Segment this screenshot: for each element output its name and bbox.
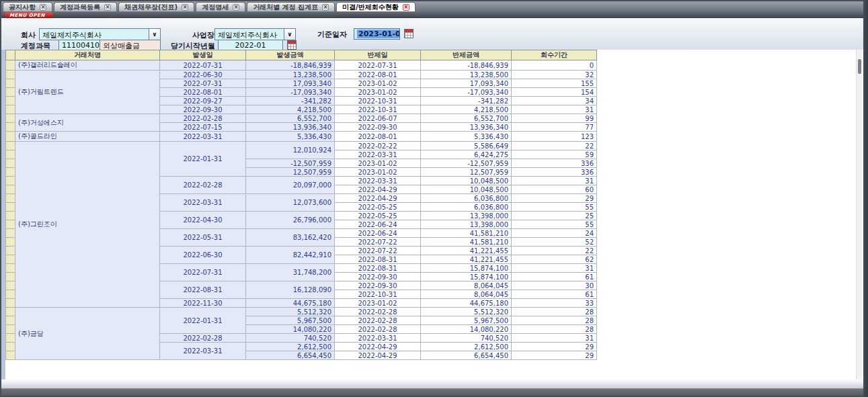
days-cell[interactable]: 336: [512, 168, 597, 177]
days-cell[interactable]: 33: [512, 299, 597, 308]
days-cell[interactable]: 61: [512, 273, 597, 281]
date-cell[interactable]: 2022-02-28: [160, 334, 246, 343]
ramt-cell[interactable]: 41,221,455: [421, 247, 512, 255]
rdate-cell[interactable]: 2022-04-29: [335, 194, 421, 203]
rdate-cell[interactable]: 2022-04-29: [335, 351, 421, 360]
ramt-cell[interactable]: 10,048,500: [421, 177, 512, 185]
ramt-cell[interactable]: -18,846,939: [421, 60, 512, 71]
tab-close-icon[interactable]: ×: [322, 4, 329, 11]
ramt-cell[interactable]: 8,064,045: [421, 290, 512, 299]
row-header-cell[interactable]: [6, 308, 15, 316]
row-header-cell[interactable]: [6, 316, 15, 325]
rdate-cell[interactable]: 2022-08-31: [335, 264, 421, 273]
amt-cell[interactable]: 44,675,180: [246, 299, 335, 308]
column-header-5[interactable]: 회수기간: [512, 50, 597, 60]
amt-cell[interactable]: 2,612,500: [246, 343, 335, 351]
tab-close-icon[interactable]: ×: [40, 4, 46, 11]
tab-4[interactable]: 계정명세×: [196, 2, 245, 11]
name-cell[interactable]: (주)그린조이: [15, 142, 160, 308]
days-cell[interactable]: 29: [512, 343, 597, 351]
row-header-cell[interactable]: [6, 238, 15, 247]
amt-cell[interactable]: -18,846,939: [246, 60, 335, 71]
rdate-cell[interactable]: 2022-03-31: [335, 150, 421, 159]
days-cell[interactable]: 28: [512, 325, 597, 334]
row-header-cell[interactable]: [6, 159, 15, 168]
days-cell[interactable]: 24: [512, 229, 597, 238]
row-header-cell[interactable]: [6, 273, 15, 281]
rdate-cell[interactable]: 2023-01-02: [335, 168, 421, 177]
ramt-cell[interactable]: 13,936,340: [421, 123, 512, 132]
row-header-cell[interactable]: [6, 177, 15, 185]
row-header-cell[interactable]: [6, 351, 15, 360]
rdate-cell[interactable]: 2023-01-02: [335, 88, 421, 97]
date-cell[interactable]: 2022-07-15: [160, 123, 246, 132]
ramt-cell[interactable]: 6,424,275: [421, 150, 512, 159]
days-cell[interactable]: 154: [512, 88, 597, 97]
days-cell[interactable]: 59: [512, 150, 597, 159]
column-header-3[interactable]: 반제일: [335, 50, 421, 60]
ramt-cell[interactable]: 10,048,500: [421, 185, 512, 194]
days-cell[interactable]: 55: [512, 203, 597, 212]
amt-cell[interactable]: 82,442,910: [246, 247, 335, 264]
amt-cell[interactable]: 12,073,600: [246, 194, 335, 212]
row-header-cell[interactable]: [6, 299, 15, 308]
date-cell[interactable]: 2022-07-31: [160, 264, 246, 281]
row-header-cell[interactable]: [6, 255, 15, 264]
rdate-cell[interactable]: 2023-01-02: [335, 299, 421, 308]
ramt-cell[interactable]: -12,507,959: [421, 159, 512, 168]
rdate-cell[interactable]: 2022-06-07: [335, 114, 421, 123]
row-header-cell[interactable]: [6, 88, 15, 97]
rdate-cell[interactable]: 2022-02-22: [335, 142, 421, 150]
row-header-cell[interactable]: [6, 60, 15, 71]
rdate-cell[interactable]: 2022-04-29: [335, 185, 421, 194]
days-cell[interactable]: 0: [512, 60, 597, 71]
calendar-icon[interactable]: [404, 29, 413, 38]
ramt-cell[interactable]: 12,507,959: [421, 168, 512, 177]
ramt-cell[interactable]: 17,093,340: [421, 79, 512, 88]
rdate-cell[interactable]: 2022-09-30: [335, 281, 421, 290]
rdate-cell[interactable]: 2022-05-25: [335, 212, 421, 220]
name-cell[interactable]: (주)거성에스지: [15, 114, 160, 132]
chevron-down-icon[interactable]: ∨: [284, 29, 295, 40]
calendar-icon[interactable]: [287, 40, 297, 50]
company-select[interactable]: 제일제지주식회사 ∨: [39, 28, 161, 40]
rdate-cell[interactable]: 2022-08-31: [335, 255, 421, 264]
tab-2[interactable]: 계정과목등록×: [54, 2, 117, 11]
ramt-cell[interactable]: 13,398,000: [421, 212, 512, 220]
days-cell[interactable]: 77: [512, 123, 597, 132]
ramt-cell[interactable]: 5,586,649: [421, 142, 512, 150]
name-cell[interactable]: (주)갤러리드슬레이: [15, 60, 160, 71]
days-cell[interactable]: 155: [512, 79, 597, 88]
ramt-cell[interactable]: 8,064,045: [421, 281, 512, 290]
days-cell[interactable]: 61: [512, 290, 597, 299]
rdate-cell[interactable]: 2022-03-31: [335, 177, 421, 185]
days-cell[interactable]: 123: [512, 132, 597, 142]
rdate-cell[interactable]: 2022-03-31: [335, 334, 421, 343]
amt-cell[interactable]: -341,282: [246, 97, 335, 105]
row-header-cell[interactable]: [6, 194, 15, 203]
row-header-cell[interactable]: [6, 123, 15, 132]
ramt-cell[interactable]: 14,080,220: [421, 325, 512, 334]
days-cell[interactable]: 62: [512, 255, 597, 264]
rdate-cell[interactable]: 2023-01-02: [335, 159, 421, 168]
amt-cell[interactable]: 6,654,450: [246, 351, 335, 360]
date-cell[interactable]: 2022-02-28: [160, 114, 246, 123]
column-header-2[interactable]: 발생금액: [246, 50, 335, 60]
rdate-cell[interactable]: 2022-06-24: [335, 229, 421, 238]
chevron-down-icon[interactable]: ∨: [149, 29, 160, 40]
amt-cell[interactable]: 83,162,420: [246, 229, 335, 247]
date-cell[interactable]: 2022-09-30: [160, 105, 246, 114]
ramt-cell[interactable]: 2,612,500: [421, 343, 512, 351]
amt-cell[interactable]: 740,520: [246, 334, 335, 343]
amt-cell[interactable]: 6,552,700: [246, 114, 335, 123]
name-cell[interactable]: (주)거림트렌드: [15, 71, 160, 114]
amt-cell[interactable]: 5,512,320: [246, 308, 335, 316]
row-header-cell[interactable]: [6, 247, 15, 255]
days-cell[interactable]: 29: [512, 351, 597, 360]
amt-cell[interactable]: 16,128,090: [246, 281, 335, 299]
days-cell[interactable]: 336: [512, 159, 597, 168]
rdate-cell[interactable]: 2022-07-31: [335, 60, 421, 71]
days-cell[interactable]: 34: [512, 97, 597, 105]
row-header-cell[interactable]: [6, 185, 15, 194]
row-header-cell[interactable]: [6, 168, 15, 177]
